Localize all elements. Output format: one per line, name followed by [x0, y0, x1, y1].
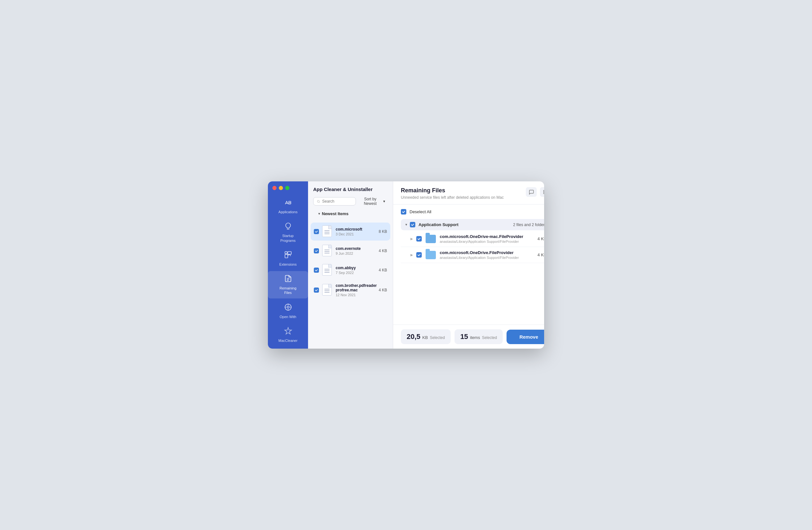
list-item[interactable]: com.evernote 9 Jun 2022 4 KB — [310, 242, 390, 260]
sidebar-item-startup-label: StartupPrograms — [280, 234, 296, 243]
items-list: com.microsoft 3 Dec 2021 8 KB — [308, 221, 393, 349]
group-count: 2 files and 2 folders — [513, 223, 544, 227]
group-checkbox[interactable] — [410, 222, 415, 227]
row-info-1: com.microsoft.OneDrive.FileProvider anas… — [440, 250, 537, 260]
size-value: 20,5 — [407, 333, 420, 341]
row-path-1: anastasiia/Library/Application Support/F… — [440, 256, 537, 260]
sidebar-item-open-with-label: Open With — [280, 315, 296, 319]
file-row-1[interactable]: ▶ com.microsoft.OneDrive.FileProvider an… — [401, 247, 544, 263]
item-date-2: 7 Sep 2022 — [336, 271, 379, 275]
startup-icon — [284, 222, 292, 232]
item-name-2: com.abbyy — [336, 266, 379, 270]
search-bar: Sort by Newest ▾ — [313, 195, 388, 207]
item-date-0: 3 Dec 2021 — [336, 232, 379, 236]
row-size-1: 4 KB — [537, 252, 544, 257]
sidebar-item-open-with[interactable]: Open With — [268, 300, 308, 322]
row-checkbox-0[interactable] — [416, 236, 422, 241]
right-panel: Remaining Files Unneeded service files l… — [393, 181, 544, 349]
items-value: 15 — [460, 333, 468, 341]
right-panel-subtitle: Unneeded service files left after delete… — [401, 195, 504, 200]
list-item[interactable]: com.microsoft 3 Dec 2021 8 KB — [310, 223, 390, 240]
left-panel: App Cleaner & Uninstaller Sort by Newest… — [308, 181, 393, 349]
row-expand-icon-0[interactable]: ▶ — [410, 237, 413, 240]
item-name-1: com.evernote — [336, 246, 379, 251]
file-icon-0 — [322, 225, 332, 238]
item-size-2: 4 KB — [379, 268, 387, 273]
svg-rect-2 — [285, 251, 287, 254]
row-path-0: anastasiia/Library/Application Support/F… — [440, 240, 537, 243]
right-panel-content: Deselect All ▾ Application Support 2 fil… — [393, 205, 544, 324]
list-icon — [543, 190, 544, 195]
list-icon-button[interactable] — [540, 187, 544, 197]
item-date-1: 9 Jun 2022 — [336, 251, 379, 255]
svg-rect-1 — [288, 251, 291, 254]
sidebar-item-applications[interactable]: Applications — [268, 195, 308, 218]
sidebar-item-applications-label: Applications — [278, 210, 298, 214]
item-name-0: com.microsoft — [336, 227, 379, 232]
search-icon — [317, 199, 320, 204]
list-item[interactable]: com.abbyy 7 Sep 2022 4 KB — [310, 261, 390, 279]
sidebar: Applications StartupPrograms — [268, 181, 308, 349]
row-expand-icon-1[interactable]: ▶ — [410, 253, 413, 257]
item-info-2: com.abbyy 7 Sep 2022 — [336, 266, 379, 275]
maccleaner-icon — [284, 327, 292, 337]
sidebar-item-extensions-label: Extensions — [279, 262, 297, 267]
newest-items-label: Newest Items — [322, 211, 348, 216]
sidebar-item-remaining-label: RemainingFiles — [279, 286, 296, 295]
traffic-light-green[interactable] — [285, 186, 289, 190]
group-name: Application Support — [419, 222, 513, 227]
item-checkbox-0[interactable] — [314, 229, 319, 234]
svg-rect-8 — [543, 193, 544, 194]
chat-icon-button[interactable] — [526, 187, 537, 197]
left-panel-header: App Cleaner & Uninstaller Sort by Newest… — [308, 181, 393, 221]
search-input-wrapper[interactable] — [313, 197, 356, 206]
folder-icon-1 — [425, 251, 436, 259]
sidebar-item-remaining-files[interactable]: RemainingFiles — [268, 271, 308, 298]
item-checkbox-2[interactable] — [314, 268, 319, 273]
item-size-0: 8 KB — [379, 229, 387, 234]
size-label: Selected — [430, 335, 445, 340]
sidebar-item-startup-programs[interactable]: StartupPrograms — [268, 219, 308, 246]
sidebar-item-extensions[interactable]: Extensions — [268, 247, 308, 270]
item-info-1: com.evernote 9 Jun 2022 — [336, 246, 379, 255]
traffic-light-red[interactable] — [272, 186, 277, 190]
sort-label: Sort by Newest — [359, 197, 382, 206]
sidebar-item-maccleaner-label: MacCleaner — [278, 338, 298, 343]
item-checkbox-3[interactable] — [314, 288, 319, 293]
row-name-1: com.microsoft.OneDrive.FileProvider — [440, 250, 537, 255]
items-label: Selected — [482, 335, 497, 340]
right-panel-header: Remaining Files Unneeded service files l… — [393, 181, 544, 205]
traffic-light-yellow[interactable] — [279, 186, 283, 190]
row-name-0: com.microsoft.OneDrive-mac.FileProvider — [440, 234, 537, 239]
svg-rect-6 — [543, 190, 544, 191]
item-info-0: com.microsoft 3 Dec 2021 — [336, 227, 379, 236]
folder-icon-0 — [425, 235, 436, 243]
search-input[interactable] — [322, 199, 352, 204]
open-with-icon — [284, 303, 292, 313]
item-date-3: 12 Nov 2021 — [336, 293, 379, 297]
row-info-0: com.microsoft.OneDrive-mac.FileProvider … — [440, 234, 537, 243]
app-support-group-header[interactable]: ▾ Application Support 2 files and 2 fold… — [401, 219, 544, 230]
size-stat-pill: 20,5 KB Selected — [401, 329, 451, 344]
item-size-3: 4 KB — [379, 288, 387, 292]
sort-button[interactable]: Sort by Newest ▾ — [356, 195, 388, 207]
file-row-0[interactable]: ▶ com.microsoft.OneDrive-mac.FileProvide… — [401, 231, 544, 247]
list-item[interactable]: com.brother.pdfreaderprofree.mac 12 Nov … — [310, 280, 390, 300]
group-collapse-icon: ▾ — [318, 212, 320, 215]
sidebar-item-maccleaner[interactable]: MacCleaner — [278, 323, 298, 346]
app-title: App Cleaner & Uninstaller — [313, 186, 388, 192]
file-icon-1 — [322, 245, 332, 257]
newest-items-header[interactable]: ▾ Newest Items — [313, 209, 388, 218]
item-checkbox-1[interactable] — [314, 248, 319, 253]
file-icon-2 — [322, 264, 332, 276]
item-size-1: 4 KB — [379, 249, 387, 253]
deselect-all-label: Deselect All — [409, 209, 431, 214]
deselect-all-row[interactable]: Deselect All — [401, 209, 544, 214]
header-icons — [526, 187, 544, 197]
remove-button[interactable]: Remove — [507, 330, 544, 344]
item-name-3: com.brother.pdfreaderprofree.mac — [336, 283, 379, 292]
remaining-files-icon — [284, 274, 292, 284]
row-size-0: 4 KB — [537, 236, 544, 241]
row-checkbox-1[interactable] — [416, 252, 422, 257]
deselect-all-checkbox[interactable] — [401, 209, 406, 214]
